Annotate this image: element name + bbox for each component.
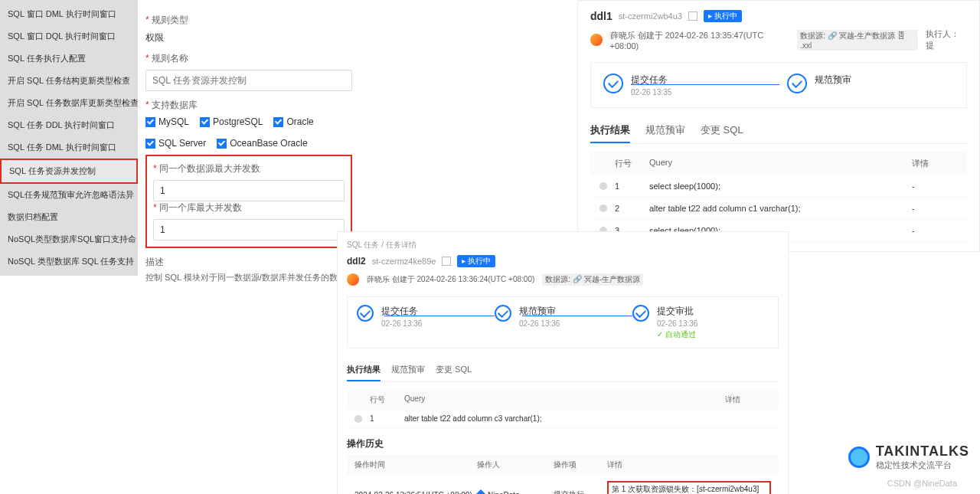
db-checks: MySQL PostgreSQL Oracle SQL Server Ocean… [145,116,360,149]
check-circle-icon [632,305,649,322]
table-head: 行号 Query 详情 [590,152,967,175]
status-dot-icon [599,182,607,190]
form-area: 规则类型 权限 规则名称 支持数据库 MySQL PostgreSQL Orac… [145,0,360,290]
sidebar: SQL 窗口 DML 执行时间窗口 SQL 窗口 DQL 执行时间窗口 SQL … [0,0,138,276]
field1-input[interactable] [153,180,345,201]
table-row: 2alter table t22 add column c1 varchar(1… [590,198,967,220]
task-id: st-czermi2wb4u3 [619,11,682,21]
steps: 提交任务02-26 13:36 规范预审02-26 13:36 提交审批02-2… [347,296,779,348]
checkbox-icon [145,139,155,149]
breadcrumb: SQL 任务 / 任务详情 [347,240,779,250]
checkbox-icon [217,139,227,149]
sidebar-item[interactable]: 数据归档配置 [0,206,138,228]
sidebar-item[interactable]: NoSQL 类型数据库 SQL 任务支持 [0,250,138,273]
step-review: 规范预审 [787,74,940,97]
brand: TAKINTALKS 稳定性技术交流平台 [848,443,969,471]
checkbox-icon [273,117,283,127]
tab-sql[interactable]: 变更 SQL [436,359,472,381]
th-detail: 详情 [912,158,958,169]
copy-icon[interactable] [688,11,697,21]
tab-sql[interactable]: 变更 SQL [701,119,743,143]
creator: 薛晓乐 创建于 2024-02-26 13:35:47(UTC +08:00) [610,30,790,51]
sidebar-item[interactable]: SQL 窗口 DML 执行时间窗口 [0,3,138,25]
check-mysql[interactable]: MySQL [145,116,189,127]
field2-label: 同一个库最大并发数 [153,201,345,214]
check-oceanbase[interactable]: OceanBase Oracle [217,138,307,149]
tab-result[interactable]: 执行结果 [590,119,630,143]
tab-review[interactable]: 规范预审 [391,359,425,381]
steps: 提交任务02-26 13:35 规范预审 [590,62,967,108]
checkbox-icon [200,117,210,127]
rule-type-label: 规则类型 [145,14,360,27]
desc-label: 描述 [145,256,360,269]
ds-tag: 数据源: 🔗 冥越-生产数据源 [542,273,643,286]
task-id: st-czermz4ke89e [372,257,436,266]
status-badge: ▸ 执行中 [704,10,742,22]
table-row: 1alter table t22 add column c3 varchar(1… [347,410,779,428]
table-head: 行号Query详情 [347,390,779,410]
operator: NineData [477,491,554,495]
ninedata-icon [475,489,486,494]
sidebar-item[interactable]: 开启 SQL 任务结构更新类型检查 [0,70,138,92]
check-circle-icon [603,74,623,93]
history-detail-highlighted: 第 1 次获取资源锁失败：[st-czermi2wb4u3] 任务正在执行，等待… [607,481,771,494]
check-circle-icon [495,305,511,322]
sidebar-item[interactable]: 开启 SQL 任务数据库更新类型检查 [0,92,138,114]
sidebar-item[interactable]: SQL任务规范预审允许忽略语法异 [0,184,138,206]
desc-text: 控制 SQL 模块对于同一数据源/数据库并发任务的数量 [145,272,360,283]
tabs: 执行结果 规范预审 变更 SQL [590,119,967,144]
tab-result[interactable]: 执行结果 [347,359,381,381]
avatar [590,34,603,46]
check-sqlserver[interactable]: SQL Server [145,138,206,149]
history-row: 2024-02-26 13:36:51(UTC +08:00) NineData… [347,475,779,494]
field1-label: 同一个数据源最大并发数 [153,162,345,175]
sidebar-item[interactable]: SQL 任务执行人配置 [0,47,138,70]
tabs: 执行结果 规范预审 变更 SQL [347,359,779,382]
sidebar-item[interactable]: SQL 任务 DDL 执行时间窗口 [0,114,138,136]
rule-name-label: 规则名称 [145,52,360,65]
brand-tagline: 稳定性技术交流平台 [876,460,969,471]
rule-name-input[interactable] [145,70,352,91]
check-postgresql[interactable]: PostgreSQL [200,116,263,127]
rule-type-value: 权限 [145,31,360,44]
copy-icon[interactable] [442,257,451,266]
task-name: ddl2 [347,256,366,267]
th-query: Query [649,158,912,169]
creator: 薛晓乐 创建于 2024-02-26 13:36:24(UTC +08:00) [367,274,534,285]
step-review: 规范预审02-26 13:36 [495,305,609,340]
task-panel-ddl2: SQL 任务 / 任务详情 ddl2 st-czermz4ke89e ▸ 执行中… [337,231,789,494]
watermark: CSDN @NineData [887,479,957,488]
step-submit: 提交任务02-26 13:36 [357,305,472,340]
table-row: 1select sleep(1000);- [590,175,967,198]
sidebar-item[interactable]: NoSQL类型数据库SQL窗口支持命 [0,228,138,250]
check-circle-icon [357,305,374,322]
th-no: 行号 [615,158,649,169]
status-dot-icon [354,415,362,423]
history-title: 操作历史 [347,437,779,450]
sidebar-item[interactable]: SQL 任务 DML 执行时间窗口 [0,136,138,159]
avatar [347,273,359,286]
highlighted-fields: 同一个数据源最大并发数 同一个库最大并发数 [145,155,352,248]
step-submit: 提交任务02-26 13:35 [603,74,756,97]
task-panel-ddl1: ddl1 st-czermi2wb4u3 ▸ 执行中 薛晓乐 创建于 2024-… [577,0,980,252]
sidebar-item-active[interactable]: SQL 任务资源并发控制 [0,159,138,184]
checkbox-icon [145,117,155,127]
history-head: 操作时间 操作人 操作项 详情 [347,455,779,475]
tab-review[interactable]: 规范预审 [645,119,685,143]
brand-logo-icon [848,447,870,468]
db-label: 支持数据库 [145,99,360,112]
step-approve: 提交审批02-26 13:36✓ 自动通过 [632,305,747,340]
status-badge: ▸ 执行中 [457,255,495,267]
sidebar-item[interactable]: SQL 窗口 DQL 执行时间窗口 [0,25,138,47]
brand-name: TAKINTALKS [876,443,969,460]
field2-input[interactable] [153,219,345,240]
check-oracle[interactable]: Oracle [273,116,313,127]
ds-tag: 数据源: 🔗 冥越-生产数据源 🗄 .xxl [797,30,918,51]
check-circle-icon [787,74,807,93]
status-dot-icon [599,204,607,212]
executor: 执行人：提 [926,28,967,51]
task-name: ddl1 [590,10,612,22]
